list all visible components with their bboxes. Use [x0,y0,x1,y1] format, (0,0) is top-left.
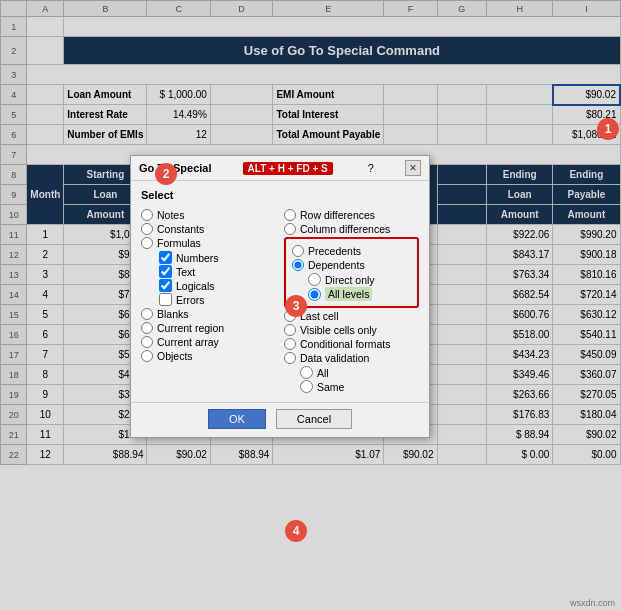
all-sub-label: All [317,367,329,379]
text-label: Text [176,266,195,278]
option-text[interactable]: Text [159,265,276,278]
badge-3: 3 [285,295,307,317]
option-blanks[interactable]: Blanks [141,308,276,320]
dialog-shortcut-badge: ALT + H + FD + S [243,162,333,175]
badge-4: 4 [285,520,307,542]
current-region-label: Current region [157,322,224,334]
badge-2: 2 [155,163,177,185]
row-diff-label: Row differences [300,209,375,221]
option-col-diff[interactable]: Column differences [284,223,419,235]
badge-1: 1 [597,118,619,140]
option-constants[interactable]: Constants [141,223,276,235]
goto-special-dialog: Go To Special ALT + H + FD + S ? × Selec… [130,155,430,438]
logicals-label: Logicals [176,280,215,292]
option-errors[interactable]: Errors [159,293,276,306]
blanks-label: Blanks [157,308,189,320]
col-diff-label: Column differences [300,223,390,235]
formulas-suboptions: Numbers Text Logicals Errors [159,251,276,306]
option-formulas[interactable]: Formulas [141,237,276,249]
option-all-levels[interactable]: All levels [308,287,411,301]
errors-label: Errors [176,294,205,306]
conditional-formats-label: Conditional formats [300,338,390,350]
dataval-suboptions: All Same [300,366,419,393]
options-container: Notes Constants Formulas Number [141,207,419,394]
option-notes[interactable]: Notes [141,209,276,221]
direct-only-label: Direct only [325,274,375,286]
all-levels-label: All levels [325,287,372,301]
precedents-label: Precedents [308,245,361,257]
dialog-help-icon[interactable]: ? [368,162,374,174]
option-objects[interactable]: Objects [141,350,276,362]
formulas-label: Formulas [157,237,201,249]
option-visible-cells[interactable]: Visible cells only [284,324,419,336]
ok-button[interactable]: OK [208,409,266,429]
dialog-body: Select Notes Constants Formulas [131,181,429,402]
left-options: Notes Constants Formulas Number [141,207,276,394]
numbers-label: Numbers [176,252,219,264]
visible-cells-label: Visible cells only [300,324,377,336]
option-data-validation[interactable]: Data validation [284,352,419,364]
dep-suboptions: Direct only All levels [308,273,411,301]
data-validation-label: Data validation [300,352,369,364]
notes-label: Notes [157,209,184,221]
option-current-array[interactable]: Current array [141,336,276,348]
option-direct-only[interactable]: Direct only [308,273,411,286]
option-all-sub[interactable]: All [300,366,419,379]
same-sub-label: Same [317,381,344,393]
dialog-close-button[interactable]: × [405,160,421,176]
option-same-sub[interactable]: Same [300,380,419,393]
option-row-diff[interactable]: Row differences [284,209,419,221]
option-precedents[interactable]: Precedents [292,245,411,257]
spreadsheet-container: A B C D E F G H I 1 2 Use of Go To Speci… [0,0,621,610]
cancel-button[interactable]: Cancel [276,409,352,429]
constants-label: Constants [157,223,204,235]
select-label: Select [141,189,419,201]
current-array-label: Current array [157,336,219,348]
option-current-region[interactable]: Current region [141,322,276,334]
objects-label: Objects [157,350,193,362]
option-numbers[interactable]: Numbers [159,251,276,264]
precedents-dependents-box: Precedents Dependents Direct only [284,237,419,308]
last-cell-label: Last cell [300,310,339,322]
option-logicals[interactable]: Logicals [159,279,276,292]
dialog-footer: OK Cancel [131,402,429,437]
dependents-label: Dependents [308,259,365,271]
option-conditional-formats[interactable]: Conditional formats [284,338,419,350]
option-dependents[interactable]: Dependents [292,259,411,271]
